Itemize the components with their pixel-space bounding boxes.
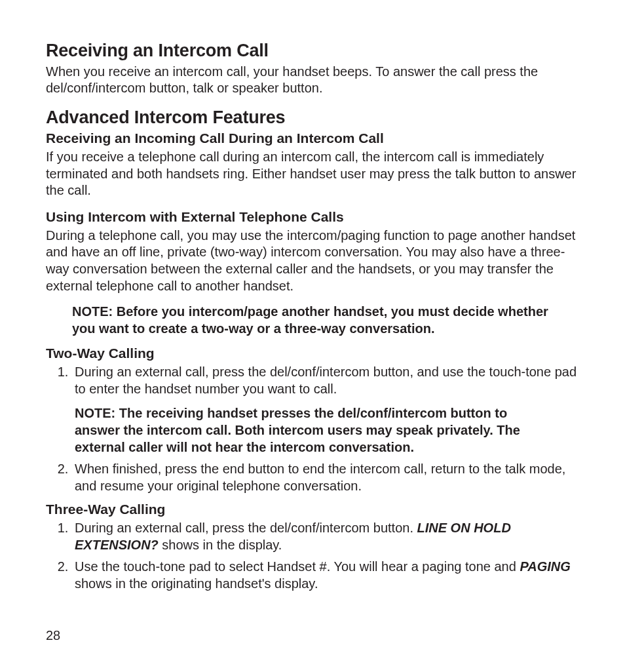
list-item: During an external call, press the del/c… bbox=[72, 520, 579, 553]
step-text: During an external call, press the del/c… bbox=[75, 365, 577, 396]
display-text-paging: PAGING bbox=[520, 559, 570, 574]
paragraph-receiving: When you receive an intercom call, your … bbox=[46, 64, 579, 97]
paragraph-external: During a telephone call, you may use the… bbox=[46, 227, 579, 294]
note-receiving-handset: NOTE: The receiving handset presses the … bbox=[75, 405, 579, 456]
heading-receiving-intercom-call: Receiving an Intercom Call bbox=[46, 39, 579, 62]
list-item: When finished, press the end button to e… bbox=[72, 461, 579, 494]
note-decide-two-or-three-way: NOTE: Before you intercom/page another h… bbox=[72, 304, 579, 337]
step-text: During an external call, press the del/c… bbox=[75, 521, 417, 535]
heading-intercom-external: Using Intercom with External Telephone C… bbox=[46, 208, 579, 226]
list-item: During an external call, press the del/c… bbox=[72, 364, 579, 456]
heading-advanced-intercom-features: Advanced Intercom Features bbox=[46, 106, 579, 129]
page-number: 28 bbox=[46, 627, 60, 644]
heading-incoming-during-intercom: Receiving an Incoming Call During an Int… bbox=[46, 130, 579, 148]
paragraph-incoming: If you receive a telephone call during a… bbox=[46, 149, 579, 199]
step-text: shows in the originating handset's displ… bbox=[75, 576, 318, 591]
two-way-steps: During an external call, press the del/c… bbox=[46, 364, 579, 494]
heading-two-way-calling: Two-Way Calling bbox=[46, 345, 579, 363]
list-item: Use the touch-tone pad to select Handset… bbox=[72, 559, 579, 592]
step-text: When finished, press the end button to e… bbox=[75, 462, 565, 493]
step-text: Use the touch-tone pad to select Handset… bbox=[75, 559, 520, 574]
three-way-steps: During an external call, press the del/c… bbox=[46, 520, 579, 592]
manual-page: Receiving an Intercom Call When you rece… bbox=[0, 0, 625, 672]
step-text: shows in the display. bbox=[159, 538, 282, 552]
heading-three-way-calling: Three-Way Calling bbox=[46, 501, 579, 519]
